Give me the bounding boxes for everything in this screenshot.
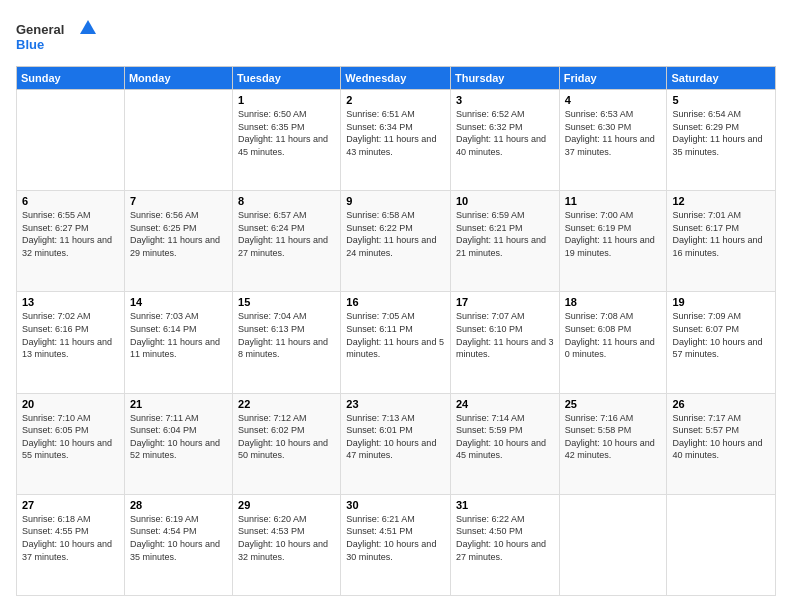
day-info: Sunrise: 7:02 AM Sunset: 6:16 PM Dayligh…: [22, 310, 119, 360]
header: General Blue: [16, 16, 776, 56]
day-info: Sunrise: 6:19 AM Sunset: 4:54 PM Dayligh…: [130, 513, 227, 563]
day-info: Sunrise: 6:51 AM Sunset: 6:34 PM Dayligh…: [346, 108, 445, 158]
day-number: 29: [238, 499, 335, 511]
day-number: 16: [346, 296, 445, 308]
calendar-cell: 19Sunrise: 7:09 AM Sunset: 6:07 PM Dayli…: [667, 292, 776, 393]
col-header-tuesday: Tuesday: [233, 67, 341, 90]
day-info: Sunrise: 7:08 AM Sunset: 6:08 PM Dayligh…: [565, 310, 662, 360]
day-number: 28: [130, 499, 227, 511]
calendar-cell: 14Sunrise: 7:03 AM Sunset: 6:14 PM Dayli…: [124, 292, 232, 393]
day-number: 18: [565, 296, 662, 308]
day-number: 9: [346, 195, 445, 207]
day-info: Sunrise: 7:04 AM Sunset: 6:13 PM Dayligh…: [238, 310, 335, 360]
svg-text:Blue: Blue: [16, 37, 44, 52]
calendar-cell: 3Sunrise: 6:52 AM Sunset: 6:32 PM Daylig…: [450, 90, 559, 191]
calendar-week-5: 27Sunrise: 6:18 AM Sunset: 4:55 PM Dayli…: [17, 494, 776, 595]
calendar-week-3: 13Sunrise: 7:02 AM Sunset: 6:16 PM Dayli…: [17, 292, 776, 393]
day-info: Sunrise: 7:14 AM Sunset: 5:59 PM Dayligh…: [456, 412, 554, 462]
day-number: 5: [672, 94, 770, 106]
calendar-cell: 27Sunrise: 6:18 AM Sunset: 4:55 PM Dayli…: [17, 494, 125, 595]
col-header-sunday: Sunday: [17, 67, 125, 90]
day-number: 27: [22, 499, 119, 511]
calendar-cell: 4Sunrise: 6:53 AM Sunset: 6:30 PM Daylig…: [559, 90, 667, 191]
day-info: Sunrise: 6:55 AM Sunset: 6:27 PM Dayligh…: [22, 209, 119, 259]
day-number: 10: [456, 195, 554, 207]
day-info: Sunrise: 6:18 AM Sunset: 4:55 PM Dayligh…: [22, 513, 119, 563]
day-info: Sunrise: 7:12 AM Sunset: 6:02 PM Dayligh…: [238, 412, 335, 462]
day-info: Sunrise: 6:50 AM Sunset: 6:35 PM Dayligh…: [238, 108, 335, 158]
calendar-cell: 20Sunrise: 7:10 AM Sunset: 6:05 PM Dayli…: [17, 393, 125, 494]
logo: General Blue: [16, 16, 96, 56]
calendar-cell: [124, 90, 232, 191]
col-header-friday: Friday: [559, 67, 667, 90]
calendar-cell: 18Sunrise: 7:08 AM Sunset: 6:08 PM Dayli…: [559, 292, 667, 393]
day-number: 19: [672, 296, 770, 308]
day-info: Sunrise: 6:56 AM Sunset: 6:25 PM Dayligh…: [130, 209, 227, 259]
day-number: 22: [238, 398, 335, 410]
calendar-cell: 25Sunrise: 7:16 AM Sunset: 5:58 PM Dayli…: [559, 393, 667, 494]
day-info: Sunrise: 7:11 AM Sunset: 6:04 PM Dayligh…: [130, 412, 227, 462]
svg-marker-2: [80, 20, 96, 34]
day-info: Sunrise: 6:52 AM Sunset: 6:32 PM Dayligh…: [456, 108, 554, 158]
calendar-cell: [667, 494, 776, 595]
day-number: 31: [456, 499, 554, 511]
day-number: 7: [130, 195, 227, 207]
calendar-header-row: SundayMondayTuesdayWednesdayThursdayFrid…: [17, 67, 776, 90]
calendar-week-4: 20Sunrise: 7:10 AM Sunset: 6:05 PM Dayli…: [17, 393, 776, 494]
col-header-wednesday: Wednesday: [341, 67, 451, 90]
day-info: Sunrise: 7:07 AM Sunset: 6:10 PM Dayligh…: [456, 310, 554, 360]
day-info: Sunrise: 6:53 AM Sunset: 6:30 PM Dayligh…: [565, 108, 662, 158]
col-header-saturday: Saturday: [667, 67, 776, 90]
calendar-cell: 6Sunrise: 6:55 AM Sunset: 6:27 PM Daylig…: [17, 191, 125, 292]
day-info: Sunrise: 6:59 AM Sunset: 6:21 PM Dayligh…: [456, 209, 554, 259]
day-info: Sunrise: 6:22 AM Sunset: 4:50 PM Dayligh…: [456, 513, 554, 563]
day-number: 20: [22, 398, 119, 410]
day-number: 14: [130, 296, 227, 308]
day-number: 13: [22, 296, 119, 308]
calendar-cell: 1Sunrise: 6:50 AM Sunset: 6:35 PM Daylig…: [233, 90, 341, 191]
calendar-cell: 24Sunrise: 7:14 AM Sunset: 5:59 PM Dayli…: [450, 393, 559, 494]
day-number: 2: [346, 94, 445, 106]
page: General Blue SundayMondayTuesdayWednesda…: [0, 0, 792, 612]
day-number: 17: [456, 296, 554, 308]
day-info: Sunrise: 7:00 AM Sunset: 6:19 PM Dayligh…: [565, 209, 662, 259]
day-number: 6: [22, 195, 119, 207]
calendar-week-2: 6Sunrise: 6:55 AM Sunset: 6:27 PM Daylig…: [17, 191, 776, 292]
calendar-cell: 28Sunrise: 6:19 AM Sunset: 4:54 PM Dayli…: [124, 494, 232, 595]
day-info: Sunrise: 6:54 AM Sunset: 6:29 PM Dayligh…: [672, 108, 770, 158]
day-info: Sunrise: 7:17 AM Sunset: 5:57 PM Dayligh…: [672, 412, 770, 462]
calendar-cell: 10Sunrise: 6:59 AM Sunset: 6:21 PM Dayli…: [450, 191, 559, 292]
day-number: 11: [565, 195, 662, 207]
day-info: Sunrise: 6:57 AM Sunset: 6:24 PM Dayligh…: [238, 209, 335, 259]
calendar-cell: 9Sunrise: 6:58 AM Sunset: 6:22 PM Daylig…: [341, 191, 451, 292]
day-number: 12: [672, 195, 770, 207]
day-info: Sunrise: 7:09 AM Sunset: 6:07 PM Dayligh…: [672, 310, 770, 360]
calendar-cell: 5Sunrise: 6:54 AM Sunset: 6:29 PM Daylig…: [667, 90, 776, 191]
calendar-cell: 31Sunrise: 6:22 AM Sunset: 4:50 PM Dayli…: [450, 494, 559, 595]
col-header-monday: Monday: [124, 67, 232, 90]
day-info: Sunrise: 6:21 AM Sunset: 4:51 PM Dayligh…: [346, 513, 445, 563]
calendar-cell: 13Sunrise: 7:02 AM Sunset: 6:16 PM Dayli…: [17, 292, 125, 393]
calendar-cell: 26Sunrise: 7:17 AM Sunset: 5:57 PM Dayli…: [667, 393, 776, 494]
day-info: Sunrise: 7:01 AM Sunset: 6:17 PM Dayligh…: [672, 209, 770, 259]
calendar-cell: 21Sunrise: 7:11 AM Sunset: 6:04 PM Dayli…: [124, 393, 232, 494]
calendar-cell: 16Sunrise: 7:05 AM Sunset: 6:11 PM Dayli…: [341, 292, 451, 393]
calendar-cell: 22Sunrise: 7:12 AM Sunset: 6:02 PM Dayli…: [233, 393, 341, 494]
calendar-cell: 7Sunrise: 6:56 AM Sunset: 6:25 PM Daylig…: [124, 191, 232, 292]
day-info: Sunrise: 7:16 AM Sunset: 5:58 PM Dayligh…: [565, 412, 662, 462]
svg-text:General: General: [16, 22, 64, 37]
day-number: 1: [238, 94, 335, 106]
calendar-cell: 8Sunrise: 6:57 AM Sunset: 6:24 PM Daylig…: [233, 191, 341, 292]
calendar-cell: 15Sunrise: 7:04 AM Sunset: 6:13 PM Dayli…: [233, 292, 341, 393]
calendar-week-1: 1Sunrise: 6:50 AM Sunset: 6:35 PM Daylig…: [17, 90, 776, 191]
day-number: 3: [456, 94, 554, 106]
calendar-cell: 23Sunrise: 7:13 AM Sunset: 6:01 PM Dayli…: [341, 393, 451, 494]
day-number: 23: [346, 398, 445, 410]
day-info: Sunrise: 7:03 AM Sunset: 6:14 PM Dayligh…: [130, 310, 227, 360]
calendar-cell: 11Sunrise: 7:00 AM Sunset: 6:19 PM Dayli…: [559, 191, 667, 292]
day-info: Sunrise: 6:58 AM Sunset: 6:22 PM Dayligh…: [346, 209, 445, 259]
day-number: 8: [238, 195, 335, 207]
day-number: 25: [565, 398, 662, 410]
day-info: Sunrise: 7:13 AM Sunset: 6:01 PM Dayligh…: [346, 412, 445, 462]
day-info: Sunrise: 6:20 AM Sunset: 4:53 PM Dayligh…: [238, 513, 335, 563]
